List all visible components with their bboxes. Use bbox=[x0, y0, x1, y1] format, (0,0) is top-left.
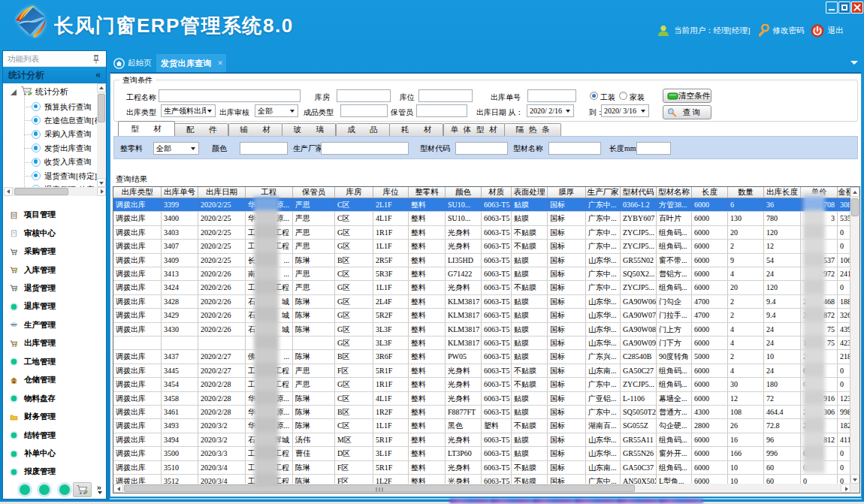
scroll-left-button[interactable] bbox=[4, 187, 13, 196]
tab-close-icon[interactable]: × bbox=[218, 59, 223, 67]
sidebar-group-报废管理[interactable]: 报废管理 bbox=[4, 463, 106, 481]
window-close-button[interactable] bbox=[851, 2, 863, 14]
warehouse-input[interactable] bbox=[337, 89, 391, 102]
tree-expander-icon[interactable] bbox=[11, 89, 17, 95]
cart-group-button[interactable] bbox=[73, 482, 92, 497]
sidebar-group-物料盘存[interactable]: 物料盘存 bbox=[4, 390, 106, 408]
column-header-库房[interactable]: 库房 bbox=[335, 187, 373, 198]
scroll-up-button[interactable] bbox=[97, 83, 106, 92]
table-row-12[interactable]: 调拨出库34372020/2/27佛...陈琳B区3R6F整料PW056063-… bbox=[113, 350, 850, 364]
table-row-11[interactable]: G区3L3F整料KLM38176063-T5贴膜国标山东华...GA90W09.… bbox=[113, 337, 850, 350]
material-tab-4[interactable]: 玻 璃 bbox=[282, 123, 336, 136]
radio-home[interactable] bbox=[619, 92, 627, 100]
table-row-17[interactable]: 调拨出库34932020/3/2华原...陈琳C区1L1F整料黑色塑料不贴膜国标… bbox=[113, 419, 850, 433]
column-header-长度[interactable]: 长度 bbox=[692, 187, 728, 198]
scrollbar-thumb[interactable] bbox=[98, 94, 105, 122]
tab-overflow-chevron-down-icon[interactable] bbox=[850, 61, 858, 65]
scroll-left-button[interactable] bbox=[113, 484, 123, 493]
collapsed-group-dot-icon[interactable] bbox=[39, 484, 50, 495]
tab-outbound-query[interactable]: 发货出库查询 × bbox=[156, 54, 226, 72]
material-tab-3[interactable]: 辅 材 bbox=[228, 123, 282, 136]
collapse-icon[interactable]: « bbox=[95, 67, 101, 83]
more-groups-arrow-icon[interactable] bbox=[98, 491, 102, 494]
scroll-up-button[interactable] bbox=[850, 187, 859, 197]
column-header-膜厚[interactable]: 膜厚 bbox=[548, 187, 586, 198]
table-row-20[interactable]: 调拨出库35102020/3/4工共工程陈琳F区5R1F整料光身料6063-T5… bbox=[113, 461, 850, 475]
date-from-combo[interactable]: 2020/ 2/16 bbox=[527, 104, 574, 117]
sidebar-group-项目管理[interactable]: 项目管理 bbox=[4, 206, 106, 224]
column-header-数量[interactable]: 数量 bbox=[728, 187, 764, 198]
column-header-出库类型[interactable]: 出库类型 bbox=[113, 187, 162, 198]
sidebar-group-header[interactable]: 统计分析 « bbox=[3, 67, 106, 83]
sidebar-group-退货管理[interactable]: 退货管理 bbox=[4, 279, 106, 297]
length-input[interactable] bbox=[636, 142, 671, 155]
table-row-15[interactable]: 调拨出库34582020/2/28华原...陈琳C区4L1F整料光身料6063-… bbox=[113, 392, 850, 406]
column-header-金额[interactable]: 金额 bbox=[838, 187, 850, 198]
column-header-出库日期[interactable]: 出库日期 bbox=[198, 187, 246, 198]
sidebar-group-财务管理[interactable]: 财务管理 bbox=[4, 408, 106, 426]
material-tab-7[interactable]: 单 体 型 材 bbox=[443, 123, 505, 136]
profile-name-input[interactable] bbox=[548, 142, 601, 155]
table-row-7[interactable]: 调拨出库34242020/2/26工工程严思G区1L1F整料光身料6063-T5… bbox=[113, 281, 850, 294]
table-row-4[interactable]: 调拨出库34072020/2/25工共工程严思G区1L1F整料光身料6063-T… bbox=[113, 240, 850, 253]
column-header-出库单号[interactable]: 出库单号 bbox=[162, 187, 198, 198]
column-header-保管员[interactable]: 保管员 bbox=[293, 187, 335, 198]
tree-item-2[interactable]: 在途信息查询[待 bbox=[4, 113, 97, 127]
table-row-19[interactable]: 调拨出库35002020/3/3工共工程曹佳D区3L1F整料LT3P606063… bbox=[113, 447, 850, 460]
material-tab-6[interactable]: 耗 材 bbox=[389, 123, 443, 136]
location-input[interactable] bbox=[418, 89, 473, 102]
sidebar-group-补单中心[interactable]: 补单中心 bbox=[4, 445, 106, 463]
sidebar-group-仓储管理[interactable]: 仓储管理 bbox=[4, 371, 106, 389]
window-maximize-button[interactable] bbox=[838, 2, 850, 14]
sidebar-group-工地管理[interactable]: 工地管理 bbox=[4, 353, 106, 371]
table-row-13[interactable]: 调拨出库34452020/2/27工共工程严思F区5R1F整料光身料6063-T… bbox=[113, 364, 850, 378]
radio-industrial[interactable] bbox=[590, 92, 598, 100]
tree-item-5[interactable]: 收货入库查询 bbox=[4, 155, 97, 169]
material-tab-1[interactable]: 型 材 bbox=[118, 121, 175, 136]
key-icon[interactable] bbox=[757, 24, 769, 38]
table-row-2[interactable]: 调拨出库34002020/2/25华原...严思C区4L1F整料SU10...6… bbox=[113, 212, 850, 225]
table-row-1[interactable]: 调拨出库33992020/2/25华原...严思C区2L1F整料SU10...6… bbox=[113, 198, 850, 212]
change-password-link[interactable]: 修改密码 bbox=[773, 26, 805, 36]
table-row-6[interactable]: 调拨出库34132020/2/26南...严思C区5R3F整料G71422606… bbox=[113, 267, 850, 281]
material-tab-5[interactable]: 成 品 bbox=[336, 123, 390, 136]
material-tab-2[interactable]: 配 件 bbox=[174, 123, 228, 136]
column-header-型材名称[interactable]: 型材名称 bbox=[657, 187, 692, 198]
collapsed-group-dot-icon[interactable] bbox=[20, 484, 30, 495]
pin-icon[interactable] bbox=[92, 54, 101, 64]
column-header-出库长度[interactable]: 出库长度 bbox=[764, 187, 801, 198]
manufacturer-input[interactable] bbox=[321, 142, 409, 155]
sidebar-group-入库管理[interactable]: 入库管理 bbox=[4, 261, 106, 279]
tree-horizontal-scrollbar[interactable] bbox=[4, 187, 106, 196]
sidebar-group-出库管理[interactable]: 出库管理 bbox=[4, 334, 106, 352]
material-tab-8[interactable]: 隔 热 条 bbox=[504, 123, 561, 136]
tree-item-3[interactable]: 采购入库查询 bbox=[4, 128, 97, 141]
column-header-材质[interactable]: 材质 bbox=[482, 187, 512, 198]
audit-combo[interactable]: 全部 bbox=[255, 104, 298, 117]
search-button[interactable]: 查 询 bbox=[663, 105, 711, 119]
table-row-10[interactable]: 调拨出库34302020/2/26石城陈琳G区3L3F整料KLM38176063… bbox=[113, 323, 850, 337]
project-name-input[interactable] bbox=[159, 89, 301, 102]
column-header-工程[interactable]: 工程 bbox=[246, 187, 293, 198]
outbound-type-combo[interactable]: 生产领料出库 bbox=[161, 104, 216, 117]
scroll-right-button[interactable] bbox=[841, 484, 850, 493]
table-row-5[interactable]: 调拨出库34092020/2/25长...陈琳B区2R5F整料LI35HD606… bbox=[113, 254, 850, 267]
date-to-combo[interactable]: 2020/ 3/16 bbox=[601, 104, 649, 117]
column-header-表面处理[interactable]: 表面处理 bbox=[512, 187, 548, 198]
grid-horizontal-scrollbar[interactable] bbox=[113, 484, 850, 493]
table-row-14[interactable]: 调拨出库34542020/2/28工共工程严思G区1R1F整料光身料6063-T… bbox=[113, 378, 850, 391]
sidebar-group-审核中心[interactable]: 审核中心 bbox=[4, 224, 106, 242]
product-type-input[interactable] bbox=[340, 104, 388, 117]
table-row-18[interactable]: 调拨出库34942020/3/2石辉城汤伟M区5R1F整料光身料6063-T5贴… bbox=[113, 433, 850, 447]
table-row-3[interactable]: 调拨出库34032020/2/25工共工程严思G区1R1F整料光身料6063-T… bbox=[113, 226, 850, 240]
profile-code-input[interactable] bbox=[455, 142, 508, 155]
column-header-整零料[interactable]: 整零料 bbox=[409, 187, 446, 198]
power-icon[interactable] bbox=[811, 24, 824, 38]
clear-conditions-button[interactable]: 清空条件 bbox=[663, 89, 711, 103]
collapsed-group-dot-icon[interactable] bbox=[59, 484, 70, 495]
scroll-right-button[interactable] bbox=[97, 187, 106, 196]
column-header-颜色[interactable]: 颜色 bbox=[446, 187, 482, 198]
tab-home[interactable]: 起始页 bbox=[112, 54, 159, 72]
table-row-21[interactable]: 调拨出库35122020/3/4工共工程陈琳F区1L2F整料光身料6063-T5… bbox=[113, 475, 850, 484]
table-row-16[interactable]: 调拨出库34612020/2/28华原...陈琳B区1R2F整料F8877FT6… bbox=[113, 406, 850, 419]
